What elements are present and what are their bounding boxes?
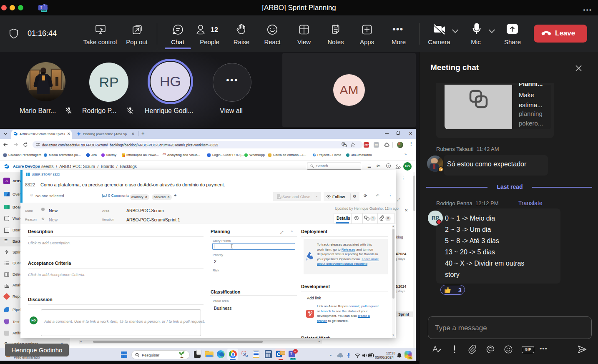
svg-text:A: A [344,145,346,147]
